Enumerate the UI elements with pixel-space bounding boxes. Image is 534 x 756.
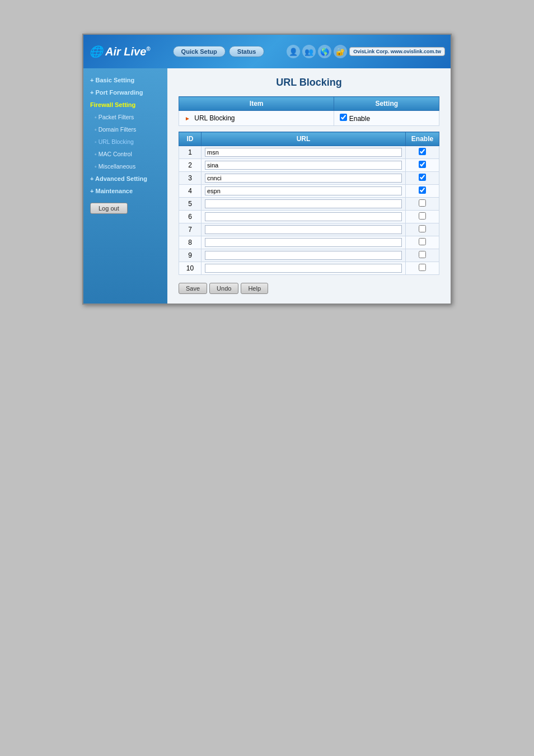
url-enable-cell — [406, 223, 439, 236]
logout-area: Log out — [83, 197, 167, 220]
enable-column-header: Enable — [406, 132, 439, 146]
help-button[interactable]: Help — [241, 283, 268, 294]
url-id-cell: 5 — [179, 198, 202, 211]
url-id-cell: 1 — [179, 146, 202, 159]
sidebar-item-advanced-setting[interactable]: + Advanced Setting — [83, 172, 167, 185]
icon-4[interactable]: 🔐 — [334, 45, 347, 58]
url-table-row: 9 — [179, 249, 439, 262]
status-button[interactable]: Status — [229, 46, 265, 57]
action-buttons: Save Undo Help — [179, 283, 439, 294]
url-enable-checkbox-8[interactable] — [419, 238, 426, 245]
url-enable-cell — [406, 185, 439, 198]
ovislink-brand: OvisLink Corp. www.ovislink.com.tw — [349, 47, 445, 57]
icon-3[interactable]: 🌎 — [318, 45, 331, 58]
url-enable-cell — [406, 236, 439, 249]
url-id-cell: 9 — [179, 249, 202, 262]
url-input-8[interactable] — [205, 238, 402, 247]
id-column-header: ID — [179, 132, 202, 146]
logo: 🌐 Air Live® — [89, 45, 151, 58]
url-enable-checkbox-3[interactable] — [419, 174, 426, 181]
url-column-header: URL — [202, 132, 406, 146]
url-blocking-enable-checkbox[interactable] — [340, 114, 347, 121]
url-table-row: 2 — [179, 159, 439, 172]
setting-column-header: Setting — [334, 97, 439, 111]
save-button[interactable]: Save — [179, 283, 207, 294]
url-url-cell — [202, 172, 406, 185]
url-id-cell: 4 — [179, 185, 202, 198]
url-enable-checkbox-10[interactable] — [419, 264, 426, 271]
url-table-row: 4 — [179, 185, 439, 198]
url-enable-checkbox-1[interactable] — [419, 148, 426, 155]
header-icons: 👤 👥 🌎 🔐 OvisLink Corp. www.ovislink.com.… — [287, 45, 445, 58]
url-enable-checkbox-9[interactable] — [419, 251, 426, 258]
url-id-cell: 2 — [179, 159, 202, 172]
url-enable-checkbox-7[interactable] — [419, 225, 426, 232]
icon-1[interactable]: 👤 — [287, 45, 300, 58]
url-url-cell — [202, 211, 406, 223]
icon-2[interactable]: 👥 — [302, 45, 316, 58]
url-table-row: 7 — [179, 223, 439, 236]
url-table-row: 6 — [179, 211, 439, 223]
url-enable-cell — [406, 198, 439, 211]
undo-button[interactable]: Undo — [209, 283, 238, 294]
url-url-cell — [202, 262, 406, 275]
url-table-row: 5 — [179, 198, 439, 211]
url-entries-table: ID URL Enable 12345678910 — [179, 132, 439, 275]
sidebar-item-basic-setting[interactable]: + Basic Setting — [83, 74, 167, 86]
url-input-1[interactable] — [205, 148, 402, 157]
setting-header-table: Item Setting ► URL Blocking Enable — [179, 96, 439, 126]
sidebar-item-mac-control[interactable]: ◦ MAC Control — [83, 148, 167, 160]
url-id-cell: 7 — [179, 223, 202, 236]
sidebar-item-maintenance[interactable]: + Maintenance — [83, 185, 167, 197]
url-url-cell — [202, 146, 406, 159]
url-url-cell — [202, 185, 406, 198]
url-url-cell — [202, 198, 406, 211]
logo-area: 🌐 Air Live® — [89, 45, 151, 58]
quick-setup-button[interactable]: Quick Setup — [173, 46, 226, 57]
url-table-row: 10 — [179, 262, 439, 275]
sidebar-item-port-forwarding[interactable]: + Port Forwarding — [83, 86, 167, 99]
sidebar-item-url-blocking[interactable]: ◦ URL Blocking — [83, 136, 167, 148]
url-enable-checkbox-4[interactable] — [419, 186, 426, 194]
url-table-row: 3 — [179, 172, 439, 185]
url-enable-cell — [406, 159, 439, 172]
sidebar-item-domain-filters[interactable]: ◦ Domain Filters — [83, 123, 167, 136]
url-input-2[interactable] — [205, 161, 402, 170]
sidebar-item-packet-filters[interactable]: ◦ Packet Filters — [83, 111, 167, 123]
logout-button[interactable]: Log out — [90, 203, 128, 214]
content-area: URL Blocking Item Setting ► URL Blocking — [167, 68, 451, 304]
url-enable-cell — [406, 172, 439, 185]
url-enable-cell — [406, 146, 439, 159]
url-id-cell: 8 — [179, 236, 202, 249]
url-blocking-label: URL Blocking — [194, 114, 235, 122]
url-enable-checkbox-2[interactable] — [419, 161, 426, 168]
main-layout: + Basic Setting + Port Forwarding Firewa… — [83, 68, 451, 304]
url-input-7[interactable] — [205, 225, 402, 234]
url-url-cell — [202, 159, 406, 172]
url-input-3[interactable] — [205, 174, 402, 183]
enable-label: Enable — [349, 115, 370, 123]
router-ui: 🌐 Air Live® Quick Setup Status 👤 👥 🌎 🔐 O… — [82, 34, 452, 305]
page-title: URL Blocking — [179, 77, 439, 88]
item-column-header: Item — [179, 97, 334, 111]
url-blocking-row: ► URL Blocking Enable — [179, 111, 439, 126]
url-enable-cell — [406, 249, 439, 262]
sidebar: + Basic Setting + Port Forwarding Firewa… — [83, 68, 167, 304]
url-enable-checkbox-5[interactable] — [419, 199, 426, 207]
url-input-5[interactable] — [205, 199, 402, 208]
url-blocking-setting-cell: Enable — [334, 111, 439, 126]
sidebar-item-firewall-setting[interactable]: Firewall Setting — [83, 99, 167, 111]
header-nav: Quick Setup Status — [173, 46, 265, 57]
url-id-cell: 10 — [179, 262, 202, 275]
sidebar-item-miscellaneous[interactable]: ◦ Miscellaneous — [83, 160, 167, 172]
url-id-cell: 3 — [179, 172, 202, 185]
url-input-10[interactable] — [205, 264, 402, 273]
header: 🌐 Air Live® Quick Setup Status 👤 👥 🌎 🔐 O… — [83, 35, 451, 68]
url-input-9[interactable] — [205, 251, 402, 260]
arrow-icon: ► — [185, 115, 190, 122]
url-blocking-label-cell: ► URL Blocking — [179, 111, 334, 126]
url-url-cell — [202, 236, 406, 249]
url-input-6[interactable] — [205, 212, 402, 221]
url-enable-checkbox-6[interactable] — [419, 212, 426, 220]
url-input-4[interactable] — [205, 186, 402, 195]
